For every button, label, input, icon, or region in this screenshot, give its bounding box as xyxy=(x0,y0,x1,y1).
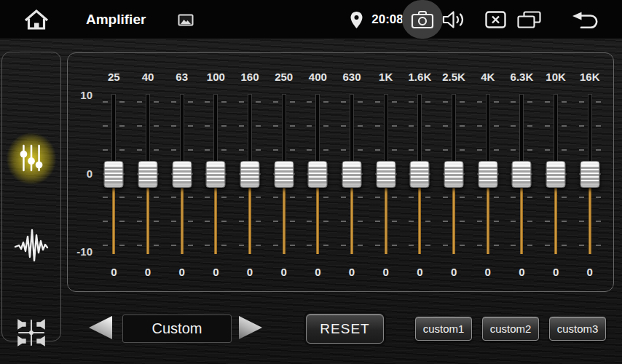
band-value-label: 0 xyxy=(403,266,437,278)
eq-band: 63 0 xyxy=(165,53,199,291)
eq-slider-knob[interactable] xyxy=(308,161,328,188)
eq-slider-knob[interactable] xyxy=(580,161,599,188)
band-freq-label: 4K xyxy=(471,71,505,83)
sidebar-item-speaker-balance[interactable] xyxy=(2,300,60,364)
eq-slider-knob[interactable] xyxy=(478,161,497,188)
eq-band: 10K 0 xyxy=(539,53,573,291)
eq-slider[interactable] xyxy=(135,94,160,254)
sidebar xyxy=(1,52,61,341)
band-value-label: 0 xyxy=(165,266,199,278)
screenshot-button[interactable] xyxy=(402,0,443,39)
eq-slider[interactable] xyxy=(407,94,432,254)
band-freq-label: 63 xyxy=(165,71,199,83)
band-value-label: 0 xyxy=(437,266,471,278)
reset-button[interactable]: RESET xyxy=(306,314,384,344)
eq-slider-knob[interactable] xyxy=(410,161,430,188)
gain-scale: 10 0 -10 xyxy=(68,53,97,291)
band-freq-label: 10K xyxy=(539,71,573,83)
eq-slider-knob[interactable] xyxy=(512,161,532,188)
scale-label-zero: 0 xyxy=(68,167,92,181)
preset-prev-button[interactable] xyxy=(89,316,112,339)
eq-slider[interactable] xyxy=(237,94,262,254)
eq-slider-knob[interactable] xyxy=(138,161,158,188)
eq-band: 400 0 xyxy=(301,53,335,291)
eq-slider[interactable] xyxy=(543,94,568,254)
recent-apps-button[interactable] xyxy=(516,11,541,28)
wallpaper-button[interactable] xyxy=(177,14,194,26)
eq-band: 25 0 xyxy=(97,53,131,291)
eq-slider-knob[interactable] xyxy=(172,161,192,188)
eq-slider[interactable] xyxy=(203,94,228,254)
eq-slider-knob[interactable] xyxy=(104,161,124,188)
band-value-label: 0 xyxy=(199,266,233,278)
band-value-label: 0 xyxy=(539,266,573,278)
eq-slider[interactable] xyxy=(578,94,602,254)
eq-slider-knob[interactable] xyxy=(274,161,294,188)
equalizer-panel: 10 0 -10 25 0 40 0 63 xyxy=(67,52,614,292)
band-freq-label: 250 xyxy=(267,71,301,83)
eq-slider[interactable] xyxy=(509,94,534,254)
volume-button[interactable] xyxy=(441,11,468,28)
eq-band: 100 0 xyxy=(199,53,233,291)
eq-band: 1.6K 0 xyxy=(403,53,437,291)
eq-band: 630 0 xyxy=(335,53,369,291)
band-freq-label: 16K xyxy=(572,71,607,83)
recent-apps-icon xyxy=(517,11,541,28)
scale-label-min: -10 xyxy=(68,245,92,258)
custom1-preset-button[interactable]: custom1 xyxy=(415,317,472,341)
eq-slider-knob[interactable] xyxy=(240,161,260,188)
gallery-icon xyxy=(178,14,194,26)
band-freq-label: 2.5K xyxy=(437,71,471,83)
band-value-label: 0 xyxy=(335,266,369,278)
band-freq-label: 160 xyxy=(233,71,267,83)
eq-band: 40 0 xyxy=(131,53,165,291)
clock: 20:08 xyxy=(369,0,406,39)
eq-slider[interactable] xyxy=(170,94,194,254)
custom2-preset-button[interactable]: custom2 xyxy=(482,317,539,341)
custom3-preset-button[interactable]: custom3 xyxy=(549,317,606,341)
sidebar-item-sound-effect[interactable] xyxy=(2,213,60,280)
eq-band: 250 0 xyxy=(267,53,301,291)
band-freq-label: 400 xyxy=(301,71,335,83)
eq-slider[interactable] xyxy=(272,94,296,254)
back-icon xyxy=(572,12,600,28)
band-value-label: 0 xyxy=(267,266,301,278)
speaker-balance-icon xyxy=(15,316,48,352)
eq-slider[interactable] xyxy=(476,94,500,254)
eq-slider-knob[interactable] xyxy=(342,161,362,188)
band-value-label: 0 xyxy=(233,266,267,278)
band-value-label: 0 xyxy=(505,266,539,278)
band-value-label: 0 xyxy=(471,266,505,278)
eq-slider-knob[interactable] xyxy=(444,161,464,188)
home-button[interactable] xyxy=(22,8,51,31)
eq-slider[interactable] xyxy=(339,94,364,254)
back-button[interactable] xyxy=(571,12,600,28)
preset-selector[interactable]: Custom xyxy=(122,314,232,343)
eq-slider[interactable] xyxy=(374,94,398,254)
band-freq-label: 25 xyxy=(97,71,131,83)
eq-slider[interactable] xyxy=(101,94,126,254)
eq-bands: 25 0 40 0 63 xyxy=(97,53,607,291)
band-freq-label: 1K xyxy=(369,71,403,83)
eq-band: 160 0 xyxy=(233,53,267,291)
camera-icon xyxy=(411,10,434,29)
band-value-label: 0 xyxy=(301,266,335,278)
eq-slider-knob[interactable] xyxy=(376,161,395,188)
eq-band: 4K 0 xyxy=(471,53,505,291)
eq-slider[interactable] xyxy=(441,94,466,254)
location-icon xyxy=(350,12,363,29)
band-freq-label: 1.6K xyxy=(403,71,437,83)
eq-slider-knob[interactable] xyxy=(206,161,226,188)
close-app-button[interactable] xyxy=(484,11,506,28)
eq-slider-knob[interactable] xyxy=(546,161,566,188)
close-icon xyxy=(485,11,506,28)
band-freq-label: 100 xyxy=(199,71,233,83)
home-icon xyxy=(23,9,50,31)
band-value-label: 0 xyxy=(131,266,165,278)
sidebar-item-equalizer[interactable] xyxy=(2,125,60,192)
eq-slider[interactable] xyxy=(305,94,330,254)
band-value-label: 0 xyxy=(369,266,403,278)
preset-next-button[interactable] xyxy=(239,316,262,339)
band-freq-label: 40 xyxy=(131,71,165,83)
band-value-label: 0 xyxy=(572,266,607,278)
